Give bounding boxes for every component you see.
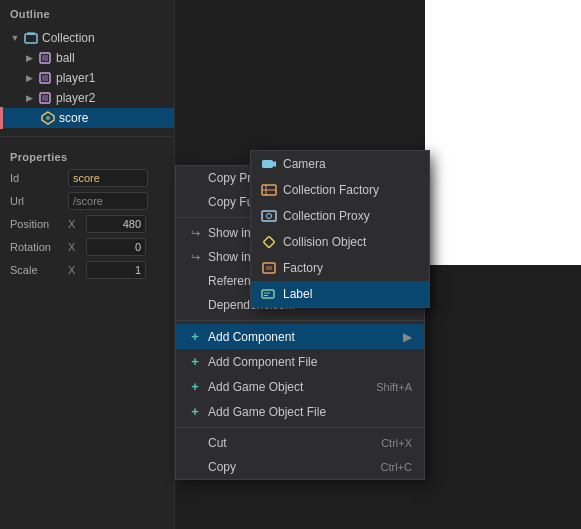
tree-item-score[interactable]: score — [0, 108, 174, 128]
prop-input-scale-x[interactable] — [86, 261, 146, 279]
svg-rect-20 — [262, 290, 274, 298]
chevron-icon: ▶ — [24, 73, 34, 83]
submenu-item-collection-factory[interactable]: Collection Factory — [251, 177, 429, 203]
active-bar — [0, 107, 3, 129]
shortcut-shift-a: Shift+A — [376, 381, 412, 393]
shortcut-ctrl-c: Ctrl+C — [381, 461, 412, 473]
svg-rect-19 — [266, 266, 272, 270]
menu-item-add-component[interactable]: + Add Component ▶ — [176, 324, 424, 349]
submenu-label-factory: Factory — [283, 261, 323, 275]
prop-axis-x: X — [68, 241, 80, 253]
arrow-right-icon: ↪ — [188, 227, 202, 240]
arrow-right-icon: ↪ — [188, 251, 202, 264]
collision-icon — [261, 234, 277, 250]
svg-rect-0 — [25, 34, 37, 43]
menu-item-copy[interactable]: Copy Ctrl+C — [176, 455, 424, 479]
score-label: score — [59, 111, 88, 125]
label-icon — [261, 286, 277, 302]
tree-item-player2[interactable]: ▶ player2 — [0, 88, 174, 108]
svg-point-9 — [46, 116, 50, 120]
prop-label-rotation: Rotation — [10, 241, 62, 253]
submenu-item-camera[interactable]: Camera — [251, 151, 429, 177]
svg-rect-1 — [27, 32, 35, 35]
submenu-label-collection-proxy: Collection Proxy — [283, 209, 370, 223]
collection-proxy-icon — [261, 208, 277, 224]
submenu-label-collision-object: Collision Object — [283, 235, 366, 249]
svg-rect-15 — [262, 211, 276, 221]
go-icon — [38, 71, 52, 85]
score-icon — [41, 111, 55, 125]
prop-axis-x: X — [68, 218, 80, 230]
prop-row-id: Id — [10, 169, 164, 187]
svg-point-16 — [267, 214, 272, 219]
submenu-item-label[interactable]: Label — [251, 281, 429, 307]
ball-label: ball — [56, 51, 75, 65]
properties-section: Properties Id Url Position X Rotation X … — [0, 143, 174, 292]
outline-title: Outline — [0, 0, 174, 26]
prop-input-position-x[interactable] — [86, 215, 146, 233]
svg-rect-17 — [263, 236, 274, 247]
shortcut-ctrl-x: Ctrl+X — [381, 437, 412, 449]
prop-input-url[interactable] — [68, 192, 148, 210]
collection-factory-icon — [261, 182, 277, 198]
prop-axis-x: X — [68, 264, 80, 276]
menu-item-add-component-file[interactable]: + Add Component File — [176, 349, 424, 374]
svg-rect-3 — [42, 55, 48, 61]
plus-icon: + — [188, 354, 202, 369]
prop-label-position: Position — [10, 218, 62, 230]
svg-rect-5 — [42, 75, 48, 81]
menu-label-copy: Copy — [208, 460, 236, 474]
outline-tree: ▼ Collection ▶ ball ▶ — [0, 26, 174, 130]
prop-row-url: Url — [10, 192, 164, 210]
player1-label: player1 — [56, 71, 95, 85]
plus-icon: + — [188, 379, 202, 394]
white-area — [425, 0, 581, 265]
menu-item-cut[interactable]: Cut Ctrl+X — [176, 431, 424, 455]
chevron-icon: ▼ — [10, 33, 20, 43]
submenu-arrow-icon: ▶ — [403, 330, 412, 344]
collection-icon — [24, 31, 38, 45]
menu-separator — [176, 320, 424, 321]
prop-input-id[interactable] — [68, 169, 148, 187]
go-icon — [38, 51, 52, 65]
go-icon — [38, 91, 52, 105]
menu-label-add-component-file: Add Component File — [208, 355, 317, 369]
plus-icon: + — [188, 329, 202, 344]
prop-row-rotation: Rotation X — [10, 238, 164, 256]
svg-marker-11 — [273, 161, 276, 167]
submenu-item-factory[interactable]: Factory — [251, 255, 429, 281]
prop-row-position: Position X — [10, 215, 164, 233]
prop-label-scale: Scale — [10, 264, 62, 276]
submenu: Camera Collection Factory Collection Pro… — [250, 150, 430, 308]
tree-item-ball[interactable]: ▶ ball — [0, 48, 174, 68]
svg-rect-7 — [42, 95, 48, 101]
prop-row-scale: Scale X — [10, 261, 164, 279]
menu-label-add-component: Add Component — [208, 330, 295, 344]
tree-item-collection[interactable]: ▼ Collection — [0, 28, 174, 48]
plus-icon: + — [188, 404, 202, 419]
submenu-label-camera: Camera — [283, 157, 326, 171]
menu-separator — [176, 427, 424, 428]
submenu-item-collision-object[interactable]: Collision Object — [251, 229, 429, 255]
submenu-label-collection-factory: Collection Factory — [283, 183, 379, 197]
chevron-icon: ▶ — [24, 53, 34, 63]
collection-label: Collection — [42, 31, 95, 45]
prop-label-id: Id — [10, 172, 62, 184]
menu-label-add-game-object: Add Game Object — [208, 380, 303, 394]
properties-title: Properties — [10, 151, 164, 169]
submenu-label-label: Label — [283, 287, 312, 301]
left-panel: Outline ▼ Collection ▶ ball — [0, 0, 175, 529]
factory-icon — [261, 260, 277, 276]
camera-icon — [261, 156, 277, 172]
player2-label: player2 — [56, 91, 95, 105]
prop-input-rotation-x[interactable] — [86, 238, 146, 256]
menu-item-add-game-object-file[interactable]: + Add Game Object File — [176, 399, 424, 424]
menu-item-add-game-object[interactable]: + Add Game Object Shift+A — [176, 374, 424, 399]
svg-rect-10 — [262, 160, 273, 168]
divider — [0, 136, 174, 137]
chevron-icon: ▶ — [24, 93, 34, 103]
menu-label-cut: Cut — [208, 436, 227, 450]
menu-label-add-game-object-file: Add Game Object File — [208, 405, 326, 419]
submenu-item-collection-proxy[interactable]: Collection Proxy — [251, 203, 429, 229]
tree-item-player1[interactable]: ▶ player1 — [0, 68, 174, 88]
